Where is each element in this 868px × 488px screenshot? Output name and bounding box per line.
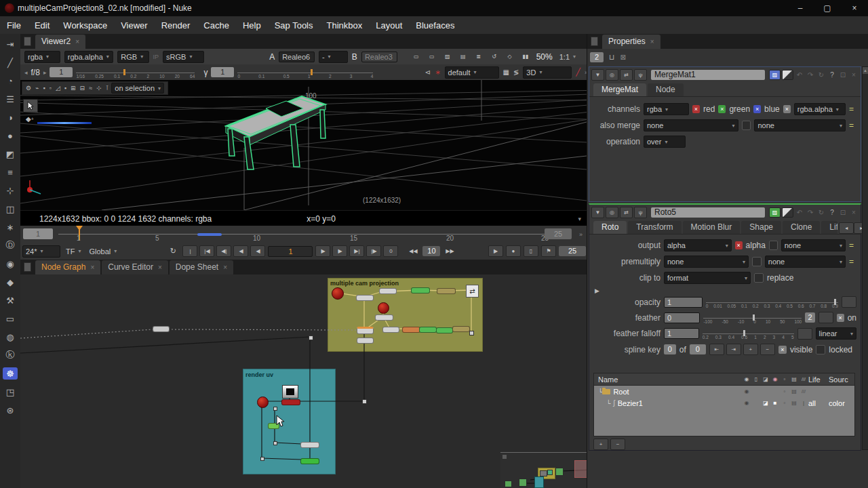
zero-icon[interactable]: 0 [383, 245, 398, 257]
node-pill[interactable] [437, 288, 456, 294]
next-frame-icon[interactable]: ▶ [332, 245, 347, 257]
wire-elbow-dot[interactable] [309, 336, 313, 340]
time-icon[interactable]: ◔ [3, 75, 18, 87]
output-select[interactable]: alpha▾ [664, 239, 732, 251]
layer-select[interactable]: rgba▾ [24, 51, 60, 63]
spline-key-field[interactable]: 0 [664, 344, 676, 354]
prev-frame-icon[interactable]: ◀ [233, 245, 248, 257]
node-pill[interactable] [402, 327, 420, 333]
close-all-panels-icon[interactable]: ⊠ [620, 54, 626, 61]
matte-icon[interactable]: ▫ [780, 400, 789, 406]
aperture-label[interactable]: f/8 [31, 68, 40, 77]
close-panel-icon[interactable]: × [849, 209, 859, 216]
keylight-icon[interactable]: ⓚ [3, 349, 18, 361]
tab-lifetime[interactable]: Lifetime [821, 221, 837, 234]
expand-arrow-icon[interactable]: ▶ [589, 286, 861, 294]
marker-icon[interactable]: ⚑ [541, 245, 556, 257]
close-icon[interactable]: × [223, 264, 227, 271]
undo-icon[interactable]: ↶ [795, 209, 804, 216]
transform-icon[interactable]: ⊹ [3, 184, 18, 197]
multi-link-icon[interactable]: = [849, 241, 854, 250]
help-icon[interactable]: ? [827, 71, 837, 79]
viewer-viewport[interactable]: 100 (1224x1632) ⚙⌁▪▫◿▪⊞⊟≈⊹⊺ on selection… [20, 80, 587, 210]
gamma-field[interactable]: 1 [211, 67, 234, 77]
tab-mergemat[interactable]: MergeMat [593, 83, 646, 96]
menu-item[interactable]: File [0, 20, 28, 30]
node-mask-checkbox[interactable] [782, 70, 793, 80]
alpha-checkbox[interactable]: × [735, 241, 743, 249]
properties-scrollbar[interactable]: ▲ [862, 66, 868, 450]
annotation-pen-icon[interactable]: ╱ [576, 68, 580, 77]
selection-mode-select[interactable]: on selection▾ [111, 83, 164, 94]
threed-icon[interactable]: ◫ [3, 203, 18, 215]
revert-icon[interactable]: ↻ [816, 209, 826, 216]
premult-checkbox[interactable] [752, 257, 762, 266]
range-end-field[interactable]: 25 [545, 228, 572, 239]
center-node-icon[interactable]: ◎ [606, 69, 618, 81]
postage-icon[interactable]: ψ [634, 207, 647, 218]
channels-select[interactable]: rgba▾ [644, 103, 689, 115]
box-icon[interactable]: ◳ [3, 386, 18, 398]
a-input-field[interactable]: Realeo6 [279, 52, 315, 62]
replace-checkbox[interactable] [754, 273, 764, 283]
node-enable-checkbox[interactable]: ▨ [769, 70, 781, 80]
menu-item[interactable]: Workspace [56, 20, 114, 30]
nodegraph-canvas[interactable]: multiple cam projection render uv [20, 274, 587, 488]
b-input-field[interactable]: Realeo3 [361, 52, 397, 62]
add-key-icon[interactable]: + [743, 344, 758, 355]
help-icon[interactable]: ? [827, 209, 837, 216]
close-button[interactable]: × [841, 0, 868, 16]
tab-motion-blur[interactable]: Motion Blur [683, 221, 741, 234]
operation-select[interactable]: over▾ [644, 136, 686, 148]
tab-curve-editor[interactable]: Curve Editor× [102, 260, 168, 274]
wave-icon[interactable]: ≈ [89, 85, 92, 92]
node-pill[interactable] [375, 314, 393, 321]
feather-on-checkbox[interactable]: × [837, 314, 844, 322]
mini-nodegraph-panel[interactable] [500, 453, 587, 488]
jump-fwd-button[interactable]: ▶▶ [443, 246, 456, 256]
alpha-channel-select[interactable]: rgba.alpha▾ [794, 103, 846, 115]
metadata-icon[interactable]: ◆ [3, 276, 18, 288]
gain-field[interactable]: 1 [50, 67, 73, 77]
tab-properties[interactable]: Properties× [602, 35, 660, 49]
panel-menu-button[interactable] [24, 262, 31, 272]
image-read-icon[interactable]: ⇥ [3, 38, 18, 50]
tab-transform[interactable]: Transform [628, 221, 681, 234]
node-pill[interactable] [281, 399, 300, 405]
blend-icon[interactable]: ▤ [789, 400, 799, 406]
next-key-icon[interactable]: ▶| [349, 245, 364, 257]
eye-icon[interactable]: ◉ [742, 400, 751, 406]
play-back-icon[interactable]: ◀ [250, 245, 265, 257]
wire-elbow-dot[interactable] [273, 441, 277, 445]
mini-node[interactable] [547, 470, 553, 475]
node-pill[interactable] [357, 327, 374, 334]
animation-menu-button[interactable] [842, 296, 856, 308]
remove-shape-button[interactable]: − [610, 439, 625, 450]
filter-icon[interactable]: ● [3, 129, 18, 142]
blue-checkbox[interactable]: × [753, 105, 761, 113]
alpha-layer-select[interactable]: rgba.alpha▾ [64, 51, 114, 63]
premult-mask-select[interactable]: none▾ [765, 256, 846, 268]
tab-node-graph[interactable]: Node Graph× [35, 260, 100, 274]
particles-icon[interactable]: ∗ [3, 221, 18, 233]
viewer-node[interactable] [282, 385, 298, 399]
alpha-checkbox[interactable]: × [783, 105, 791, 113]
eye-icon[interactable]: ◉ [742, 388, 751, 394]
mini-node[interactable] [534, 476, 544, 488]
snap-icon[interactable]: ▫ [50, 85, 52, 92]
node-name-field[interactable]: Roto5 [651, 207, 765, 218]
close-icon[interactable]: × [75, 38, 79, 45]
wire-elbow-dot[interactable] [362, 399, 367, 404]
gain-next-icon[interactable]: ▸ [43, 69, 47, 76]
node-pill[interactable] [356, 295, 374, 301]
also-merge-select-1[interactable]: none▾ [644, 119, 738, 131]
globe-tools-icon[interactable]: ⊛ [3, 404, 18, 416]
minimize-panel-icon[interactable]: ▼ [591, 207, 604, 218]
frame-field[interactable]: 1 [268, 246, 313, 257]
paint-tool-button[interactable]: ◆+ [23, 113, 37, 125]
node-pill[interactable] [300, 458, 319, 464]
other-icon[interactable]: ▭ [3, 312, 18, 325]
swatch-icon[interactable]: ◪ [761, 400, 770, 406]
channel-icon[interactable]: ☰ [3, 93, 18, 105]
node-pill[interactable] [300, 442, 319, 448]
